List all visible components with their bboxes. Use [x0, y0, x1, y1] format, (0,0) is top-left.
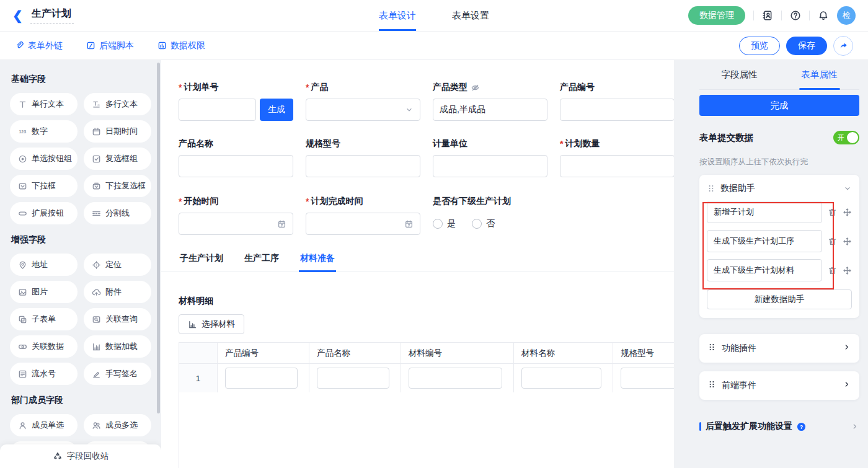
- date-input[interactable]: [179, 213, 293, 235]
- panel-tab-字段属性[interactable]: 字段属性: [699, 60, 779, 89]
- sidebar-item-分割线[interactable]: 分割线: [84, 202, 151, 224]
- text-input[interactable]: 成品,半成品: [433, 99, 547, 121]
- move-icon[interactable]: [843, 208, 852, 217]
- table-cell: [613, 364, 674, 392]
- field-计量单位[interactable]: 计量单位: [433, 138, 547, 177]
- assistant-item-name[interactable]: 生成下级生产计划材料: [707, 259, 822, 281]
- field-recycle-bin[interactable]: 字段回收站: [0, 444, 161, 468]
- drag-handle-icon[interactable]: [707, 184, 715, 193]
- subtab-子生产计划[interactable]: 子生产计划: [179, 247, 224, 272]
- sidebar-item-关联数据[interactable]: 关联数据: [10, 335, 78, 358]
- sidebar-item-数据加载[interactable]: 数据加载: [84, 335, 151, 358]
- form-title[interactable]: 生产计划: [30, 7, 74, 24]
- field-计划单号[interactable]: *计划单号生成: [179, 82, 293, 121]
- sidebar-item-下拉复选框[interactable]: 下拉复选框: [84, 175, 151, 197]
- submit-data-toggle[interactable]: 开: [833, 131, 859, 144]
- cell-input[interactable]: [409, 368, 502, 389]
- sidebar-item-图片[interactable]: 图片: [10, 281, 78, 303]
- panel-card-功能插件[interactable]: 功能插件: [699, 334, 859, 363]
- field-产品编号[interactable]: 产品编号: [560, 82, 674, 121]
- sidebar-item-地址[interactable]: 地址: [10, 254, 78, 276]
- done-button[interactable]: 完成: [699, 95, 859, 116]
- cell-input[interactable]: [225, 368, 298, 389]
- assistant-item-name[interactable]: 生成下级生产计划工序: [707, 230, 822, 252]
- subtab-材料准备[interactable]: 材料准备: [299, 247, 336, 272]
- field-产品类型[interactable]: 产品类型成品,半成品: [433, 82, 547, 121]
- cell-input[interactable]: [317, 368, 389, 389]
- sidebar-item-定位[interactable]: 定位: [84, 254, 151, 276]
- sidebar-item-成员多选[interactable]: 成员多选: [84, 414, 151, 436]
- contacts-icon[interactable]: [762, 10, 773, 21]
- cell-input[interactable]: [521, 368, 601, 389]
- sidebar-item-多行文本[interactable]: 多行文本: [84, 93, 151, 115]
- sidebar-item-单行文本[interactable]: 单行文本: [10, 93, 78, 115]
- toolbar-link-2[interactable]: 数据权限: [157, 40, 205, 51]
- move-icon[interactable]: [843, 266, 852, 275]
- back-icon[interactable]: ❮: [12, 9, 23, 22]
- field-产品[interactable]: *产品: [306, 82, 420, 121]
- trash-icon[interactable]: [828, 237, 837, 246]
- column-header-index: [179, 343, 218, 364]
- select-input[interactable]: [306, 99, 420, 121]
- move-icon[interactable]: [843, 237, 852, 246]
- trash-icon[interactable]: [828, 266, 837, 275]
- toolbar-link-0[interactable]: 表单外链: [15, 40, 63, 51]
- help-icon[interactable]: [790, 10, 801, 21]
- required-asterisk: *: [179, 196, 182, 206]
- field-产品名称[interactable]: 产品名称: [179, 138, 293, 177]
- field-规格型号[interactable]: 规格型号: [306, 138, 420, 177]
- text-input[interactable]: [306, 155, 420, 177]
- svg-text:?: ?: [800, 423, 803, 430]
- cell-input[interactable]: [621, 368, 674, 389]
- avatar[interactable]: 检: [837, 6, 856, 25]
- save-button[interactable]: 保存: [786, 37, 827, 55]
- field-计划完成时间[interactable]: *计划完成时间: [306, 196, 420, 235]
- drag-handle-icon[interactable]: [707, 343, 716, 354]
- sidebar-item-手写签名[interactable]: 手写签名: [84, 363, 151, 385]
- sidebar-item-附件[interactable]: 附件: [84, 281, 151, 303]
- chevron-right-icon: [843, 380, 851, 391]
- data-manage-button[interactable]: 数据管理: [688, 6, 745, 25]
- sidebar-item-单选按钮组[interactable]: 单选按钮组: [10, 148, 78, 170]
- preview-button[interactable]: 预览: [739, 37, 780, 55]
- sidebar-item-复选框组[interactable]: 复选框组: [84, 148, 151, 170]
- drag-handle-icon[interactable]: [707, 380, 716, 391]
- main-tab-1[interactable]: 表单设置: [452, 0, 489, 31]
- select-material-button[interactable]: 选择材料: [179, 314, 244, 334]
- trash-icon[interactable]: [828, 208, 837, 217]
- radio-option-是[interactable]: 是: [433, 218, 456, 229]
- text-input[interactable]: [560, 155, 674, 177]
- radio-option-否[interactable]: 否: [472, 218, 495, 229]
- text-input[interactable]: [560, 99, 674, 121]
- radio-circle-icon: [433, 219, 443, 229]
- sidebar-item-扩展按钮[interactable]: 扩展按钮: [10, 202, 78, 224]
- generate-button[interactable]: 生成: [260, 99, 293, 121]
- panel-tab-表单属性[interactable]: 表单属性: [779, 60, 859, 89]
- field-是否有下级生产计划[interactable]: 是否有下级生产计划是否: [433, 196, 547, 235]
- panel-card-前端事件[interactable]: 前端事件: [699, 371, 859, 400]
- date-input[interactable]: [306, 213, 420, 235]
- toolbar-link-1[interactable]: 后端脚本: [86, 40, 134, 51]
- sidebar-scrollbar[interactable]: [157, 63, 160, 413]
- main-tab-0[interactable]: 表单设计: [379, 0, 416, 31]
- post-trigger-settings[interactable]: 后置触发扩展功能设置 ?: [699, 421, 859, 432]
- sidebar-item-流水号[interactable]: 流水号: [10, 363, 78, 385]
- sidebar-item-数字[interactable]: 123数字: [10, 120, 78, 143]
- field-开始时间[interactable]: *开始时间: [179, 196, 293, 235]
- field-计划数量[interactable]: *计划数量: [560, 138, 674, 177]
- sidebar-item-日期时间[interactable]: 日期时间: [84, 120, 151, 143]
- text-input[interactable]: [179, 99, 256, 121]
- new-assistant-button[interactable]: 新建数据助手: [707, 289, 852, 309]
- chevron-down-icon[interactable]: [843, 184, 852, 193]
- question-icon[interactable]: ?: [797, 422, 806, 431]
- sidebar-item-下拉框[interactable]: 下拉框: [10, 175, 78, 197]
- sidebar-item-成员单选[interactable]: 成员单选: [10, 414, 78, 436]
- share-button[interactable]: [833, 36, 853, 56]
- bell-icon[interactable]: [818, 10, 829, 21]
- text-input[interactable]: [179, 155, 293, 177]
- assistant-item-name[interactable]: 新增子计划: [707, 201, 822, 223]
- sidebar-item-子表单[interactable]: 子表单: [10, 308, 78, 330]
- text-input[interactable]: [433, 155, 547, 177]
- sidebar-item-关联查询[interactable]: 关联查询: [84, 308, 151, 330]
- subtab-生产工序[interactable]: 生产工序: [243, 247, 280, 272]
